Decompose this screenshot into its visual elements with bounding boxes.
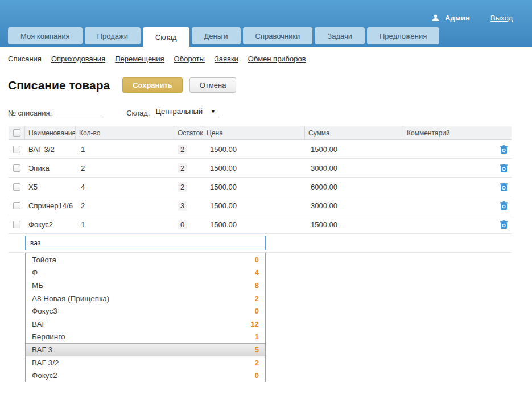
col-name: Наименование [25, 126, 76, 139]
tab-my-company[interactable]: Моя компания [8, 27, 83, 44]
delete-row-icon[interactable] [500, 164, 508, 172]
item-name: X5 [25, 178, 76, 196]
stock-count: 5 [255, 345, 259, 354]
delete-row-icon[interactable] [500, 201, 508, 210]
item-search-input[interactable] [25, 236, 266, 250]
subnav-item-transfers[interactable]: Перемещения [115, 55, 164, 63]
tab-warehouse[interactable]: Склад [143, 27, 189, 47]
tab-offers[interactable]: Предложения [367, 27, 439, 44]
item-price: 1500.00 [203, 178, 305, 196]
stock-count: 12 [251, 320, 259, 328]
delete-row-icon[interactable] [500, 220, 508, 229]
writeoff-items-table: Наименование Кол-во Остаток Цена Сумма К… [9, 126, 512, 253]
stock-count: 2 [255, 359, 259, 367]
item-qty: 4 [76, 178, 174, 196]
stock-count: 0 [255, 307, 259, 315]
autocomplete-option[interactable]: МБ8 [26, 279, 265, 292]
item-sum: 1500.00 [305, 140, 403, 158]
warehouse-select[interactable]: Центральный ▼ [154, 107, 219, 117]
item-stock: 2 [178, 182, 187, 192]
col-sum: Сумма [305, 126, 403, 139]
row-checkbox[interactable] [13, 146, 20, 153]
save-button[interactable]: Сохранить [122, 77, 183, 93]
row-checkbox[interactable] [13, 202, 20, 209]
subnav-item-turnovers[interactable]: Обороты [174, 55, 205, 63]
col-price: Цена [203, 126, 305, 139]
item-qty: 2 [76, 196, 174, 215]
writeoff-number-label: № списания: [8, 109, 52, 117]
row-checkbox[interactable] [13, 183, 20, 191]
select-all-cell [9, 126, 25, 139]
autocomplete-option[interactable]: Ф4 [26, 266, 265, 279]
item-sum: 3000.00 [305, 159, 403, 177]
stock-count: 0 [255, 371, 259, 380]
warehouse-selected-value: Центральный [155, 107, 203, 116]
table-row: Эпика 2 2 1500.00 3000.00 [9, 159, 512, 178]
col-quantity: Кол-во [76, 126, 174, 139]
item-stock: 0 [178, 220, 187, 229]
autocomplete-option[interactable]: Тойота0 [26, 253, 265, 266]
item-price: 1500.00 [203, 140, 305, 158]
tab-money[interactable]: Деньги [192, 27, 241, 44]
item-sum: 6000.00 [305, 178, 403, 196]
tab-directories[interactable]: Справочники [243, 27, 313, 44]
item-qty: 1 [76, 140, 174, 158]
stock-count: 0 [255, 256, 259, 264]
autocomplete-option[interactable]: Берлинго1 [26, 331, 265, 344]
stock-count: 4 [255, 268, 259, 277]
item-stock: 2 [178, 145, 187, 154]
col-stock: Остаток [174, 126, 203, 139]
page-title: Списание товара [8, 79, 110, 92]
subnav-item-requests[interactable]: Заявки [215, 55, 238, 63]
subnav: Списания Оприходования Перемещения Оборо… [0, 47, 532, 63]
item-sum: 3000.00 [305, 196, 403, 215]
delete-row-icon[interactable] [500, 183, 508, 191]
autocomplete-option-highlighted[interactable]: ВАГ 35 [26, 343, 265, 356]
warehouse-label: Склад: [126, 109, 150, 117]
autocomplete-option[interactable]: Фокус30 [26, 305, 265, 318]
row-checkbox[interactable] [13, 221, 20, 228]
cancel-button[interactable]: Отмена [189, 77, 237, 93]
user-icon [432, 14, 439, 22]
tab-sales[interactable]: Продажи [85, 27, 141, 44]
delete-row-icon[interactable] [500, 145, 508, 154]
stock-count: 1 [255, 332, 259, 341]
table-row: Спринер14/6 2 3 1500.00 3000.00 [9, 196, 512, 215]
item-name: ВАГ 3/2 [25, 140, 76, 158]
table-row: Фокус2 1 0 1500.00 1500.00 [9, 215, 512, 234]
item-name: Фокус2 [25, 215, 76, 233]
item-sum: 1500.00 [305, 215, 403, 233]
user-name: Админ [445, 14, 470, 22]
item-price: 1500.00 [203, 215, 305, 233]
item-stock: 2 [178, 163, 187, 173]
subnav-item-receipts[interactable]: Оприходования [51, 55, 105, 63]
item-name: Спринер14/6 [25, 196, 76, 215]
chevron-down-icon: ▼ [211, 109, 216, 114]
subnav-item-writeoffs[interactable]: Списания [8, 55, 42, 63]
item-qty: 1 [76, 215, 174, 233]
table-row: X5 4 2 1500.00 6000.00 [9, 178, 512, 196]
main-tabs: Моя компания Продажи Склад Деньги Справо… [8, 27, 439, 47]
autocomplete-option[interactable]: Фокус20 [26, 369, 265, 382]
col-comment: Комментарий [403, 126, 512, 139]
autocomplete-option[interactable]: ВАГ12 [26, 318, 265, 331]
title-row: Списание товара Сохранить Отмена [8, 77, 532, 93]
item-name: Эпика [25, 159, 76, 177]
table-row: ВАГ 3/2 1 2 1500.00 1500.00 [9, 140, 512, 159]
writeoff-form: № списания: Склад: Центральный ▼ [8, 107, 532, 117]
select-all-checkbox[interactable] [13, 129, 20, 137]
item-price: 1500.00 [203, 159, 305, 177]
autocomplete-dropdown: Тойота0 Ф4 МБ8 А8 Новая (Прищепка)2 Фоку… [25, 253, 266, 382]
item-stock: 3 [178, 201, 187, 211]
autocomplete-option[interactable]: А8 Новая (Прищепка)2 [26, 292, 265, 305]
logout-link[interactable]: Выход [490, 14, 513, 22]
user-area: Админ Выход [432, 14, 513, 22]
new-item-row: Тойота0 Ф4 МБ8 А8 Новая (Прищепка)2 Фоку… [9, 234, 512, 253]
autocomplete-option[interactable]: ВАГ 3/22 [26, 356, 265, 369]
subnav-item-device-exchange[interactable]: Обмен приборов [248, 55, 306, 63]
app-header: Админ Выход Моя компания Продажи Склад Д… [0, 0, 532, 47]
writeoff-number-input[interactable] [55, 107, 104, 117]
tab-tasks[interactable]: Задачи [315, 27, 365, 44]
row-checkbox[interactable] [13, 164, 20, 172]
item-qty: 2 [76, 159, 174, 177]
